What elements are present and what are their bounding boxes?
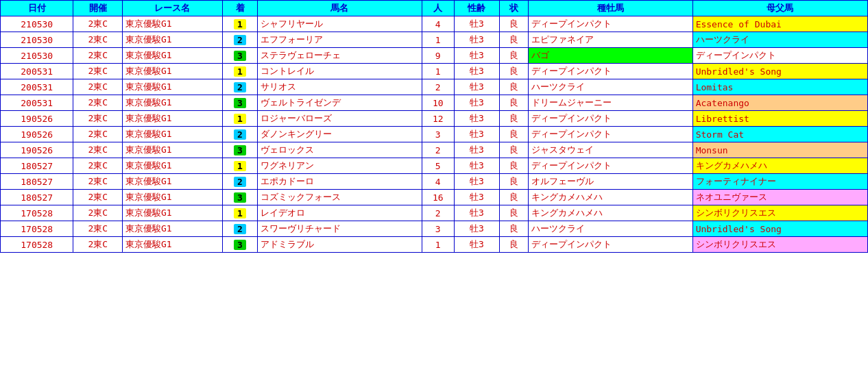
cell-kai: 2東C bbox=[73, 174, 123, 190]
cell-condition: 良 bbox=[500, 16, 529, 32]
cell-race: 東京優駿G1 bbox=[123, 158, 223, 174]
cell-condition: 良 bbox=[500, 205, 529, 221]
cell-ninki: 12 bbox=[422, 111, 454, 127]
cell-ninki: 5 bbox=[422, 158, 454, 174]
table-row: 2105302東C東京優駿G13ステラヴェローチェ9牡3良バゴディープインパクト bbox=[1, 48, 868, 64]
cell-sex-age: 牡3 bbox=[454, 48, 500, 64]
cell-rank: 1 bbox=[222, 111, 257, 127]
cell-condition: 良 bbox=[500, 127, 529, 142]
cell-sex-age: 牡3 bbox=[454, 190, 500, 205]
cell-bms: Monsun bbox=[692, 142, 867, 158]
cell-rank: 2 bbox=[222, 79, 257, 95]
cell-sex-age: 牡3 bbox=[454, 111, 500, 127]
table-row: 2005312東C東京優駿G13ヴェルトライゼンデ10牡3良ドリームジャーニーA… bbox=[1, 95, 868, 111]
cell-sex-age: 牡3 bbox=[454, 79, 500, 95]
cell-race: 東京優駿G1 bbox=[123, 95, 223, 111]
cell-sire: キングカメハメハ bbox=[529, 190, 693, 205]
cell-bms: ディープインパクト bbox=[692, 48, 867, 64]
column-header: 母父馬 bbox=[692, 1, 867, 16]
cell-date: 210530 bbox=[1, 32, 73, 48]
cell-bms: Lomitas bbox=[692, 79, 867, 95]
cell-rank: 3 bbox=[222, 48, 257, 64]
cell-ninki: 2 bbox=[422, 142, 454, 158]
cell-ninki: 3 bbox=[422, 221, 454, 237]
cell-sire: ディープインパクト bbox=[529, 64, 693, 79]
cell-kai: 2東C bbox=[73, 237, 123, 253]
cell-condition: 良 bbox=[500, 174, 529, 190]
cell-sire: ディープインパクト bbox=[529, 111, 693, 127]
table-row: 1805272東C東京優駿G13コズミックフォース16牡3良キングカメハメハネオ… bbox=[1, 190, 868, 205]
cell-sire: バゴ bbox=[529, 48, 693, 64]
cell-sex-age: 牡3 bbox=[454, 95, 500, 111]
cell-condition: 良 bbox=[500, 95, 529, 111]
cell-condition: 良 bbox=[500, 158, 529, 174]
column-header: 人 bbox=[422, 1, 454, 16]
cell-bms: フォーティナイナー bbox=[692, 174, 867, 190]
cell-kai: 2東C bbox=[73, 190, 123, 205]
column-header: 状 bbox=[500, 1, 529, 16]
cell-sex-age: 牡3 bbox=[454, 221, 500, 237]
table-row: 2005312東C東京優駿G12サリオス2牡3良ハーツクライLomitas bbox=[1, 79, 868, 95]
table-row: 1705282東C東京優駿G11レイデオロ2牡3良キングカメハメハシンボリクリス… bbox=[1, 205, 868, 221]
cell-kai: 2東C bbox=[73, 221, 123, 237]
cell-kai: 2東C bbox=[73, 32, 123, 48]
cell-bms: シンボリクリスエス bbox=[692, 237, 867, 253]
cell-race: 東京優駿G1 bbox=[123, 16, 223, 32]
cell-kai: 2東C bbox=[73, 205, 123, 221]
table-row: 2005312東C東京優駿G11コントレイル1牡3良ディープインパクトUnbri… bbox=[1, 64, 868, 79]
cell-date: 170528 bbox=[1, 221, 73, 237]
cell-kai: 2東C bbox=[73, 79, 123, 95]
cell-horse: スワーヴリチャード bbox=[258, 221, 422, 237]
cell-bms: Storm Cat bbox=[692, 127, 867, 142]
cell-date: 190526 bbox=[1, 111, 73, 127]
cell-condition: 良 bbox=[500, 221, 529, 237]
cell-horse: ステラヴェローチェ bbox=[258, 48, 422, 64]
column-header: 開催 bbox=[73, 1, 123, 16]
cell-rank: 1 bbox=[222, 64, 257, 79]
table-row: 2105302東C東京優駿G11シャフリヤール4牡3良ディープインパクトEsse… bbox=[1, 16, 868, 32]
cell-race: 東京優駿G1 bbox=[123, 205, 223, 221]
cell-date: 200531 bbox=[1, 64, 73, 79]
cell-rank: 3 bbox=[222, 190, 257, 205]
column-header: 馬名 bbox=[258, 1, 422, 16]
cell-date: 190526 bbox=[1, 127, 73, 142]
cell-ninki: 1 bbox=[422, 237, 454, 253]
table-row: 1705282東C東京優駿G13アドミラブル1牡3良ディープインパクトシンボリク… bbox=[1, 237, 868, 253]
cell-kai: 2東C bbox=[73, 142, 123, 158]
cell-horse: ワグネリアン bbox=[258, 158, 422, 174]
cell-date: 200531 bbox=[1, 95, 73, 111]
cell-sex-age: 牡3 bbox=[454, 64, 500, 79]
cell-sire: ディープインパクト bbox=[529, 16, 693, 32]
cell-rank: 1 bbox=[222, 205, 257, 221]
cell-bms: Acatenango bbox=[692, 95, 867, 111]
table-row: 1905262東C東京優駿G11ロジャーバローズ12牡3良ディープインパクトLi… bbox=[1, 111, 868, 127]
cell-date: 190526 bbox=[1, 142, 73, 158]
table-row: 2105302東C東京優駿G12エフフォーリア1牡3良エピファネイアハーツクライ bbox=[1, 32, 868, 48]
cell-date: 180527 bbox=[1, 174, 73, 190]
cell-ninki: 2 bbox=[422, 205, 454, 221]
cell-sire: エピファネイア bbox=[529, 32, 693, 48]
cell-sire: ハーツクライ bbox=[529, 79, 693, 95]
cell-date: 200531 bbox=[1, 79, 73, 95]
table-row: 1705282東C東京優駿G12スワーヴリチャード3牡3良ハーツクライUnbri… bbox=[1, 221, 868, 237]
cell-race: 東京優駿G1 bbox=[123, 79, 223, 95]
cell-rank: 2 bbox=[222, 221, 257, 237]
cell-bms: Unbridled's Song bbox=[692, 221, 867, 237]
cell-sex-age: 牡3 bbox=[454, 158, 500, 174]
cell-ninki: 1 bbox=[422, 32, 454, 48]
cell-date: 180527 bbox=[1, 190, 73, 205]
cell-rank: 1 bbox=[222, 158, 257, 174]
table-row: 1805272東C東京優駿G12エポカドーロ4牡3良オルフェーヴルフォーティナイ… bbox=[1, 174, 868, 190]
cell-kai: 2東C bbox=[73, 127, 123, 142]
cell-ninki: 4 bbox=[422, 174, 454, 190]
cell-ninki: 10 bbox=[422, 95, 454, 111]
cell-horse: ヴェロックス bbox=[258, 142, 422, 158]
cell-horse: アドミラブル bbox=[258, 237, 422, 253]
cell-sire: ディープインパクト bbox=[529, 158, 693, 174]
cell-date: 170528 bbox=[1, 205, 73, 221]
cell-bms: シンボリクリスエス bbox=[692, 205, 867, 221]
cell-sex-age: 牡3 bbox=[454, 174, 500, 190]
cell-condition: 良 bbox=[500, 111, 529, 127]
cell-sire: ドリームジャーニー bbox=[529, 95, 693, 111]
cell-date: 170528 bbox=[1, 237, 73, 253]
